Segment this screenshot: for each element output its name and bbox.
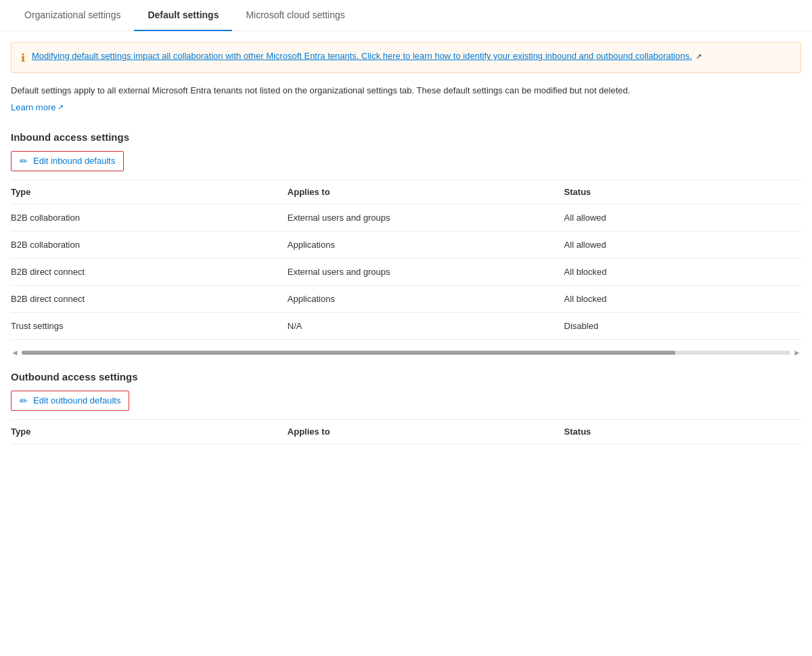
inbound-row-status: All allowed (564, 204, 801, 231)
col-header-status: Status (564, 180, 801, 204)
inbound-row-applies-to: Applications (288, 285, 564, 312)
scroll-left-arrow[interactable]: ◄ (11, 348, 19, 357)
scrollbar-track[interactable] (22, 351, 790, 355)
learn-more-link[interactable]: Learn more ↗ (11, 102, 64, 112)
edit-outbound-button[interactable]: ✏ Edit outbound defaults (11, 391, 129, 411)
inbound-row-status: All blocked (564, 258, 801, 285)
outbound-table-container: Type Applies to Status (11, 419, 801, 444)
tab-organizational-settings[interactable]: Organizational settings (11, 0, 134, 31)
outbound-section: Outbound access settings ✏ Edit outbound… (11, 371, 801, 444)
main-content: ℹ Modifying default settings impact all … (0, 31, 812, 444)
outbound-pencil-icon: ✏ (20, 395, 28, 406)
edit-inbound-label: Edit inbound defaults (33, 156, 115, 166)
inbound-row-applies-to: Applications (288, 231, 564, 258)
inbound-table-row: B2B direct connect Applications All bloc… (11, 285, 801, 312)
edit-outbound-label: Edit outbound defaults (33, 395, 120, 406)
inbound-row-status: All allowed (564, 231, 801, 258)
tab-default-settings[interactable]: Default settings (134, 0, 232, 31)
description-text: Default settings apply to all external M… (11, 84, 801, 97)
inbound-row-applies-to: External users and groups (288, 258, 564, 285)
col-header-applies-to: Applies to (288, 180, 564, 204)
inbound-table-row: B2B collaboration Applications All allow… (11, 231, 801, 258)
inbound-table-row: Trust settings N/A Disabled (11, 312, 801, 339)
outbound-table-header-row: Type Applies to Status (11, 420, 801, 444)
inbound-row-type: Trust settings (11, 312, 288, 339)
inbound-section-title: Inbound access settings (11, 131, 801, 143)
learn-more-label: Learn more (11, 102, 55, 112)
notice-banner: ℹ Modifying default settings impact all … (11, 42, 801, 73)
inbound-row-type: B2B direct connect (11, 285, 288, 312)
notice-link[interactable]: Modifying default settings impact all co… (32, 51, 692, 61)
outbound-col-header-type: Type (11, 420, 288, 444)
inbound-row-status: All blocked (564, 285, 801, 312)
tab-microsoft-cloud-settings[interactable]: Microsoft cloud settings (232, 0, 358, 31)
inbound-row-type: B2B collaboration (11, 231, 288, 258)
external-link-icon: ↗ (696, 52, 702, 60)
tab-bar: Organizational settings Default settings… (0, 0, 812, 31)
scroll-right-arrow[interactable]: ► (793, 348, 801, 357)
inbound-table-row: B2B direct connect External users and gr… (11, 258, 801, 285)
inbound-table-row: B2B collaboration External users and gro… (11, 204, 801, 231)
inbound-row-applies-to: External users and groups (288, 204, 564, 231)
inbound-row-type: B2B direct connect (11, 258, 288, 285)
col-header-type: Type (11, 180, 288, 204)
horizontal-scrollbar: ◄ ► (11, 345, 801, 360)
inbound-row-status: Disabled (564, 312, 801, 339)
outbound-section-title: Outbound access settings (11, 371, 801, 382)
outbound-table: Type Applies to Status (11, 420, 801, 444)
outbound-col-header-applies-to: Applies to (288, 420, 564, 444)
edit-inbound-button[interactable]: ✏ Edit inbound defaults (11, 151, 124, 171)
inbound-table-header-row: Type Applies to Status (11, 180, 801, 204)
outbound-col-header-status: Status (564, 420, 801, 444)
scrollbar-thumb (22, 351, 675, 355)
inbound-table-container: Type Applies to Status B2B collaboration… (11, 179, 801, 340)
info-icon: ℹ (21, 51, 25, 64)
inbound-table: Type Applies to Status B2B collaboration… (11, 180, 801, 340)
inbound-row-applies-to: N/A (288, 312, 564, 339)
pencil-icon: ✏ (20, 156, 28, 167)
inbound-row-type: B2B collaboration (11, 204, 288, 231)
learn-more-external-icon: ↗ (58, 103, 64, 112)
notice-text: Modifying default settings impact all co… (32, 51, 702, 61)
